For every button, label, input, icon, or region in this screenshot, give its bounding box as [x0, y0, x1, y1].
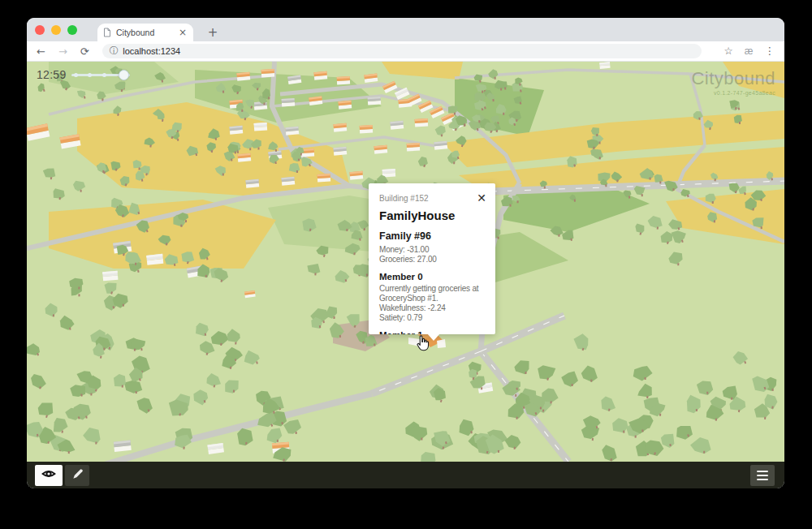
reload-button[interactable]: ⟳	[80, 46, 89, 57]
slider-dot	[102, 73, 106, 77]
cursor-pointer-icon	[415, 334, 430, 355]
menu-button[interactable]	[750, 465, 775, 486]
member-0-satiety: Satiety: 0.79	[379, 313, 485, 323]
extension-icon[interactable]: æ	[745, 46, 754, 56]
hamburger-icon	[757, 471, 768, 480]
family-groceries: Groceries: 27.00	[379, 255, 485, 264]
map-viewport: 12:59 Citybound v0.1.2-747-ge45a8eac Bui…	[27, 62, 784, 462]
edit-mode-button[interactable]	[65, 465, 89, 486]
info-icon[interactable]: ⓘ	[110, 45, 119, 57]
browser-menu-icon[interactable]: ⋮	[765, 46, 775, 57]
time-slider-handle[interactable]	[119, 70, 129, 80]
desktop-background: { "browser": { "tab_title": "Citybound",…	[0, 0, 812, 529]
browser-tab[interactable]: Citybound ×	[97, 24, 193, 41]
tab-close-icon[interactable]: ×	[178, 28, 188, 37]
family-money: Money: -31.00	[379, 245, 485, 255]
building-info-popup: Building #152 ✕ FamilyHouse Family #96 M…	[369, 183, 495, 334]
pencil-icon	[71, 468, 84, 484]
slider-dot	[88, 73, 92, 77]
traffic-light-close-icon[interactable]	[35, 25, 45, 35]
forward-button[interactable]: →	[58, 46, 67, 57]
bookmark-star-icon[interactable]: ☆	[724, 46, 733, 57]
url-field[interactable]: ⓘ localhost:1234	[102, 44, 702, 58]
member-0-activity-line-1: Currently getting groceries at	[379, 284, 485, 294]
member-0-activity-line-2: GroceryShop #1.	[379, 294, 485, 303]
back-button[interactable]: ←	[37, 46, 45, 57]
popup-title: FamilyHouse	[379, 209, 485, 223]
slider-dot	[74, 73, 78, 77]
traffic-light-minimize-icon[interactable]	[51, 25, 61, 35]
page-icon	[103, 28, 111, 37]
tab-bar: Citybound × +	[27, 18, 784, 41]
time-hud: 12:59	[37, 68, 130, 81]
new-tab-button[interactable]: +	[205, 25, 220, 40]
eye-icon	[41, 468, 56, 483]
watermark: Citybound v0.1.2-747-ge45a8eac	[691, 68, 775, 96]
traffic-light-zoom-icon[interactable]	[67, 25, 77, 35]
time-display: 12:59	[37, 68, 67, 81]
member-0-name: Member 0	[379, 271, 485, 282]
time-slider[interactable]	[71, 68, 130, 81]
family-name: Family #96	[379, 230, 485, 243]
browser-window: Citybound × + ← → ⟳ ⓘ localhost:1234 ☆ æ…	[27, 18, 784, 488]
url-bar: ← → ⟳ ⓘ localhost:1234 ☆ æ ⋮	[27, 41, 784, 62]
url-text: localhost:1234	[123, 46, 180, 56]
member-0-wakefulness: Wakefulness: -2.24	[379, 303, 485, 313]
popup-building-label: Building #152	[379, 194, 485, 204]
watermark-title: Citybound	[691, 68, 775, 89]
view-mode-button[interactable]	[35, 465, 63, 486]
watermark-version: v0.1.2-747-ge45a8eac	[691, 90, 775, 96]
tab-title: Citybound	[116, 28, 178, 37]
popup-close-icon[interactable]: ✕	[477, 192, 486, 204]
bottom-toolbar	[27, 462, 784, 488]
